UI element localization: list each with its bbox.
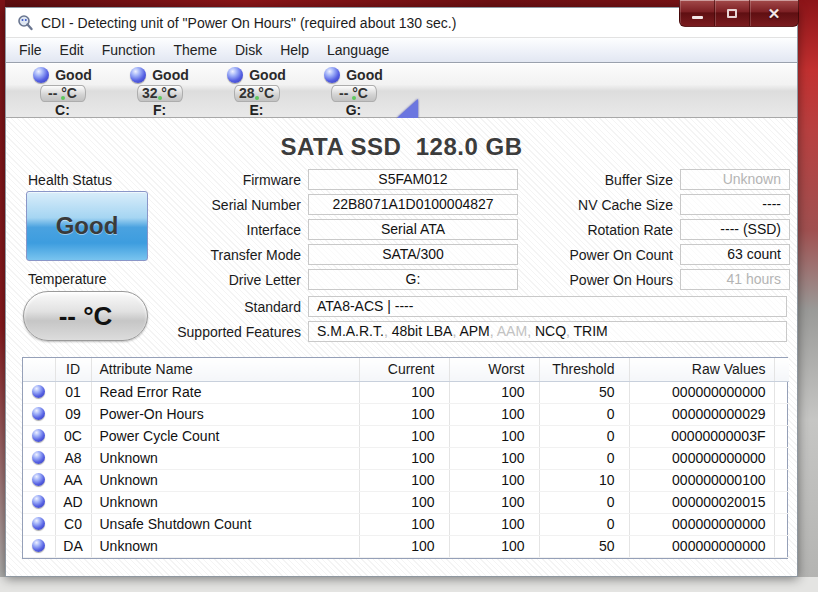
- close-button[interactable]: ✕: [750, 0, 798, 26]
- menu-item-file[interactable]: File: [10, 38, 51, 62]
- field-row-interface: InterfaceSerial ATA: [156, 219, 518, 240]
- smart-cell-gutter: [774, 491, 789, 513]
- drive-letter: C:: [14, 103, 111, 118]
- smart-row[interactable]: ADUnknown1001000000000020015: [23, 491, 789, 513]
- field-row-drive-letter: Drive LetterG:: [156, 269, 518, 290]
- drive-temp-row: -- °C: [305, 84, 402, 103]
- field-row-power-on-count: Power On Count63 count: [528, 244, 790, 265]
- field-value-drive-letter: G:: [308, 269, 518, 290]
- minimize-icon: [692, 16, 703, 19]
- health-status-button[interactable]: Good: [26, 191, 148, 261]
- minimize-button[interactable]: [680, 0, 715, 26]
- drive-status-label: Good: [55, 67, 92, 83]
- smart-cell-id: 0C: [55, 425, 91, 447]
- menu-item-disk[interactable]: Disk: [226, 38, 271, 62]
- smart-cell-id: AD: [55, 491, 91, 513]
- smart-cell-raw: 000000000000: [629, 447, 774, 469]
- smart-cell-current: 100: [359, 425, 449, 447]
- drive-status-label: Good: [152, 67, 189, 83]
- temperature-display[interactable]: -- °C: [23, 291, 148, 341]
- field-label: Serial Number: [156, 197, 308, 213]
- smart-cell-raw: 000000000000: [629, 535, 774, 557]
- smart-cell-raw: 000000000100: [629, 469, 774, 491]
- smart-cell-name: Power Cycle Count: [91, 425, 359, 447]
- field-label: Drive Letter: [156, 272, 308, 288]
- smart-cell-threshold: 0: [539, 447, 629, 469]
- status-orb-icon: [32, 539, 45, 552]
- smart-cell-raw: 000000000000: [629, 513, 774, 535]
- smart-header-status: [23, 358, 55, 381]
- drive-status-label: Good: [249, 67, 286, 83]
- field-label: Power On Count: [528, 247, 680, 263]
- smart-cell-status: [23, 491, 55, 513]
- field-value-firmware: S5FAM012: [308, 169, 518, 190]
- field-label: Interface: [156, 222, 308, 238]
- drive-letter: G:: [305, 103, 402, 118]
- drive-tab-e[interactable]: Good28 °CE:: [208, 64, 305, 118]
- smart-cell-status: [23, 469, 55, 491]
- drive-tabs: Good-- °CC:Good32 °CF:Good28 °CE:Good-- …: [14, 64, 402, 118]
- window-title: CDI - Detecting unit of "Power On Hours"…: [41, 15, 456, 31]
- status-orb-icon: [32, 429, 45, 442]
- maximize-button[interactable]: [715, 0, 750, 26]
- smart-cell-id: DA: [55, 535, 91, 557]
- drive-tab-c[interactable]: Good-- °CC:: [14, 64, 111, 118]
- smart-cell-raw: 000000020015: [629, 491, 774, 513]
- smart-cell-threshold: 10: [539, 469, 629, 491]
- smart-cell-name: Unknown: [91, 447, 359, 469]
- field-value-power-on-hours: 41 hours: [680, 269, 790, 290]
- field-value-transfer-mode: SATA/300: [308, 244, 518, 265]
- status-orb-icon: [32, 385, 45, 398]
- menu-item-theme[interactable]: Theme: [164, 38, 226, 62]
- background-bottom-strip: [0, 577, 818, 592]
- drive-temperature: -- °C: [339, 85, 368, 101]
- smart-cell-current: 100: [359, 469, 449, 491]
- smart-header-worst: Worst: [449, 358, 539, 381]
- menu-item-function[interactable]: Function: [93, 38, 165, 62]
- feature-separator: ,: [490, 323, 497, 339]
- smart-header-threshold: Threshold: [539, 358, 629, 381]
- smart-cell-gutter: [774, 513, 789, 535]
- smart-cell-worst: 100: [449, 447, 539, 469]
- smart-row[interactable]: AAUnknown10010010000000000100: [23, 469, 789, 491]
- feature-separator: ,: [566, 323, 574, 339]
- field-label: Rotation Rate: [528, 222, 680, 238]
- drive-status-label: Good: [346, 67, 383, 83]
- smart-row[interactable]: 01Read Error Rate10010050000000000000: [23, 381, 789, 403]
- field-row-power-on-hours: Power On Hours41 hours: [528, 269, 790, 290]
- smart-header-raw-values: Raw Values: [629, 358, 774, 381]
- drive-tab-f[interactable]: Good32 °CF:: [111, 64, 208, 118]
- field-row-buffer-size: Buffer SizeUnknown: [528, 169, 790, 190]
- smart-header-current: Current: [359, 358, 449, 381]
- smart-row[interactable]: 09Power-On Hours1001000000000000029: [23, 403, 789, 425]
- field-value-buffer-size: Unknown: [680, 169, 790, 190]
- menu-item-edit[interactable]: Edit: [51, 38, 93, 62]
- fields-left-column: FirmwareS5FAM012Serial Number22B8071A1D0…: [156, 169, 518, 294]
- field-row-firmware: FirmwareS5FAM012: [156, 169, 518, 190]
- smart-cell-worst: 100: [449, 513, 539, 535]
- smart-cell-name: Unknown: [91, 469, 359, 491]
- smart-row[interactable]: A8Unknown1001000000000000000: [23, 447, 789, 469]
- show-all-drives-button[interactable]: [397, 99, 418, 118]
- drive-tab-g[interactable]: Good-- °CG:: [305, 64, 402, 118]
- smart-row[interactable]: DAUnknown10010050000000000000: [23, 535, 789, 557]
- menu-item-help[interactable]: Help: [271, 38, 318, 62]
- smart-cell-status: [23, 447, 55, 469]
- field-value-nv-cache-size: ----: [680, 194, 790, 215]
- fields-right-column: Buffer SizeUnknownNV Cache Size----Rotat…: [528, 169, 790, 294]
- feature-aam: AAM: [497, 323, 527, 339]
- smart-row[interactable]: 0CPower Cycle Count100100000000000003F: [23, 425, 789, 447]
- feature-s-m-a-r-t: S.M.A.R.T.: [317, 323, 384, 339]
- menu-item-language[interactable]: Language: [318, 38, 398, 62]
- drive-status-row: Good: [208, 65, 305, 84]
- app-icon: [16, 14, 34, 32]
- smart-cell-id: C0: [55, 513, 91, 535]
- smart-cell-raw: 00000000003F: [629, 425, 774, 447]
- field-row-rotation-rate: Rotation Rate---- (SSD): [528, 219, 790, 240]
- smart-cell-status: [23, 425, 55, 447]
- field-row-serial-number: Serial Number22B8071A1D0100004827: [156, 194, 518, 215]
- status-orb-icon: [32, 473, 45, 486]
- smart-row[interactable]: C0Unsafe Shutdown Count10010000000000000…: [23, 513, 789, 535]
- disk-title: SATA SSD 128.0 GB: [6, 133, 797, 161]
- field-row-nv-cache-size: NV Cache Size----: [528, 194, 790, 215]
